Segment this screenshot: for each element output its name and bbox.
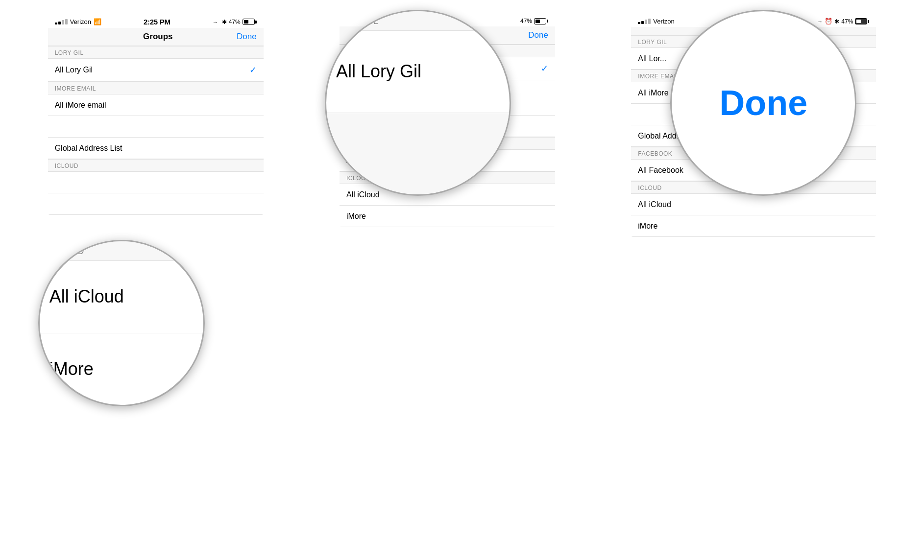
phone2-item-imore[interactable]: iMore	[340, 206, 555, 227]
phone1-section-imore: IMORE EMAIL All iMore email Global Addre…	[48, 82, 264, 159]
phone1-header-imore: IMORE EMAIL	[48, 82, 264, 94]
phone2-right-icons: 47%	[518, 18, 548, 24]
phone1-item-allorygil[interactable]: All Lory Gil ✓	[48, 59, 264, 82]
phone3-magnified-circle: Done	[670, 10, 856, 196]
phone3-imore2-label: iMore	[638, 222, 657, 231]
phone3-item-allicloud[interactable]: All iCloud	[631, 194, 876, 215]
phone1-item-label: All Lory Gil	[55, 66, 93, 74]
phone1-item-allimoreemail[interactable]: All iMore email	[48, 94, 264, 116]
phone2-checkmark: ✓	[541, 63, 548, 74]
phone1-status-bar: Verizon 📶 2:25 PM → ✱ 47%	[48, 15, 264, 28]
phone1-icloud-placeholder2	[48, 193, 264, 215]
phone1-item-empty1	[48, 116, 264, 138]
phone3-right-icons: → ⏰ ✱ 47%	[817, 18, 869, 25]
carrier-label: Verizon	[70, 18, 91, 25]
phone3-icloud-label: All iCloud	[638, 200, 671, 209]
phone3-location-icon: →	[817, 19, 823, 24]
phone2-icloud-label: All iCloud	[346, 190, 380, 199]
phone3-item-imore2[interactable]: iMore	[631, 215, 876, 237]
phone3-bluetooth-icon: ✱	[834, 18, 839, 25]
phone1-section-icloud: ICLOUD	[48, 159, 264, 215]
phone1-mag-item2: iMore	[40, 333, 203, 405]
phone3-status-left: Verizon	[638, 18, 674, 25]
bluetooth-icon: ✱	[222, 19, 227, 25]
phone1-nav-title: Groups	[143, 32, 172, 42]
phone2-battery-pct: 47%	[520, 18, 532, 24]
phone1-header-icloud: ICLOUD	[48, 159, 264, 172]
phone1-imore-label: All iMore email	[55, 101, 106, 110]
battery-icon	[243, 19, 257, 25]
phone3-clock-icon: ⏰	[825, 18, 832, 25]
phone3-battery-pct: 47%	[841, 18, 853, 25]
phone2-wrapper: 47% Done LORY GIL All Lory Gil ✓	[340, 15, 555, 227]
phone2-mag-item1: All Lory Gil	[326, 31, 510, 113]
phone1-mag-header: ICLOUD	[40, 241, 203, 261]
phone1-header-lorygil: LORY GIL	[48, 46, 264, 59]
wifi-icon: 📶	[94, 18, 101, 25]
signal-icon	[55, 19, 68, 24]
phone2-battery-icon	[534, 18, 548, 24]
battery-percentage: 47%	[229, 19, 241, 25]
phone3-lorygil-label: All Lor...	[638, 54, 666, 63]
phone3-battery-icon	[855, 18, 869, 24]
phone3-wrapper: Verizon → ⏰ ✱ 47% LORY GIL	[631, 15, 876, 237]
phone2-done-button[interactable]: Done	[528, 30, 548, 40]
phone2-imore2-label: iMore	[346, 212, 366, 221]
phone1-checkmark: ✓	[249, 65, 257, 75]
phone1-global-label: Global Address List	[55, 144, 122, 153]
phone1-status-left: Verizon 📶	[55, 18, 101, 25]
phone1-item-globaladdress[interactable]: Global Address List	[48, 138, 264, 159]
phone1-screen: Verizon 📶 2:25 PM → ✱ 47% Groups Done	[48, 15, 264, 215]
phone1-nav-bar: Groups Done	[48, 28, 264, 46]
phone3-carrier-label: Verizon	[653, 18, 674, 25]
phone1-section-lorygil: LORY GIL All Lory Gil ✓	[48, 46, 264, 82]
phone1-mag-item1: All iCloud	[40, 261, 203, 333]
location-icon: →	[213, 19, 218, 25]
phone3-signal-icon	[638, 19, 651, 24]
phone1-wrapper: Verizon 📶 2:25 PM → ✱ 47% Groups Done	[48, 15, 264, 215]
phone1-done-button[interactable]: Done	[237, 32, 257, 42]
phone2-magnified-circle: LORY GIL All Lory Gil	[325, 10, 511, 196]
phone3-mag-done: Done	[709, 73, 817, 133]
phone1-time: 2:25 PM	[144, 18, 170, 26]
phone1-magnified-circle: ICLOUD All iCloud iMore	[38, 240, 205, 406]
phone1-icloud-placeholder	[48, 172, 264, 193]
phone3-facebook-label: All Facebook	[638, 166, 683, 175]
phone1-right-icons: → ✱ 47%	[213, 19, 257, 25]
